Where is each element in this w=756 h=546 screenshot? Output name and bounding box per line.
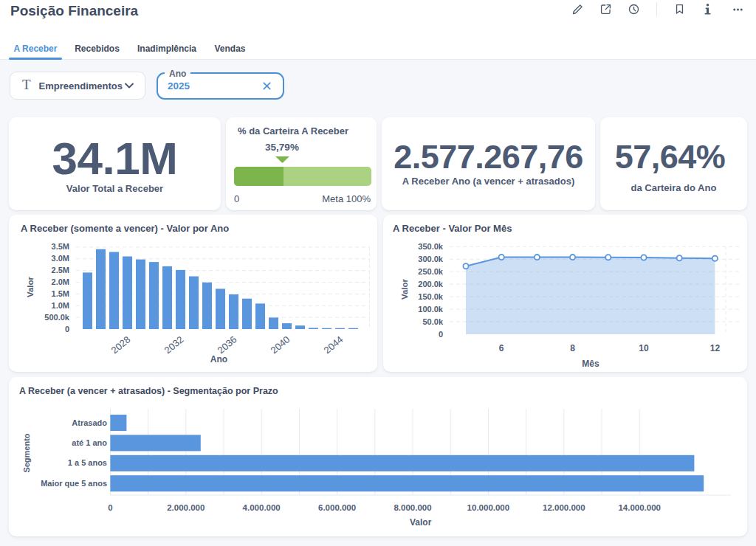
svg-text:6: 6 — [499, 343, 504, 353]
svg-text:Ano: Ano — [210, 354, 227, 364]
svg-text:Segmento: Segmento — [22, 433, 31, 472]
svg-text:250.0k: 250.0k — [418, 267, 444, 276]
svg-text:Valor: Valor — [26, 276, 35, 297]
svg-text:50.0k: 50.0k — [422, 317, 443, 326]
svg-text:A Receber (a vencer + atrasado: A Receber (a vencer + atrasados) - Segme… — [19, 386, 278, 396]
svg-text:150.0k: 150.0k — [418, 292, 444, 301]
svg-text:2036: 2036 — [216, 334, 239, 356]
svg-text:2.5M: 2.5M — [52, 266, 69, 274]
svg-text:2040: 2040 — [269, 334, 292, 356]
svg-text:2044: 2044 — [322, 334, 346, 356]
svg-text:4.000.000: 4.000.000 — [243, 503, 281, 512]
svg-text:2028: 2028 — [109, 334, 133, 356]
svg-text:Valor: Valor — [410, 517, 432, 528]
svg-text:8: 8 — [570, 343, 575, 353]
svg-text:2.000.000: 2.000.000 — [167, 503, 205, 512]
svg-text:2032: 2032 — [162, 334, 186, 356]
svg-text:350.0k: 350.0k — [418, 242, 444, 251]
svg-text:1 a 5 anos: 1 a 5 anos — [68, 458, 107, 467]
svg-text:8.000.000: 8.000.000 — [394, 503, 431, 512]
svg-text:300.0k: 300.0k — [418, 255, 444, 263]
svg-text:Atrasado: Atrasado — [72, 418, 107, 427]
svg-text:6.000.000: 6.000.000 — [318, 503, 356, 512]
svg-text:Valor: Valor — [400, 278, 409, 300]
svg-text:3.5M: 3.5M — [52, 242, 69, 251]
svg-text:até 1 ano: até 1 ano — [72, 438, 107, 447]
svg-text:0: 0 — [439, 330, 443, 339]
svg-text:12: 12 — [710, 343, 721, 353]
svg-text:A Receber - Valor Por Mês: A Receber - Valor Por Mês — [393, 223, 512, 234]
svg-text:1.5M: 1.5M — [52, 289, 69, 298]
svg-text:0: 0 — [65, 325, 69, 334]
svg-text:A Receber (somente a vencer) -: A Receber (somente a vencer) - Valor por… — [21, 223, 229, 234]
svg-text:Maior que 5 anos: Maior que 5 anos — [41, 479, 107, 488]
svg-text:10: 10 — [639, 343, 649, 353]
svg-text:0: 0 — [108, 503, 112, 512]
svg-text:Mês: Mês — [582, 359, 599, 369]
svg-text:200.0k: 200.0k — [418, 280, 444, 288]
svg-text:2.0M: 2.0M — [52, 277, 69, 286]
svg-text:1.0M: 1.0M — [52, 301, 69, 310]
svg-text:3.0M: 3.0M — [52, 254, 69, 263]
svg-text:500.0k: 500.0k — [44, 313, 70, 322]
svg-text:14.000.000: 14.000.000 — [618, 503, 661, 512]
svg-text:100.0k: 100.0k — [418, 305, 444, 314]
svg-text:12.000.000: 12.000.000 — [543, 503, 585, 512]
svg-text:10.000.000: 10.000.000 — [467, 503, 510, 512]
